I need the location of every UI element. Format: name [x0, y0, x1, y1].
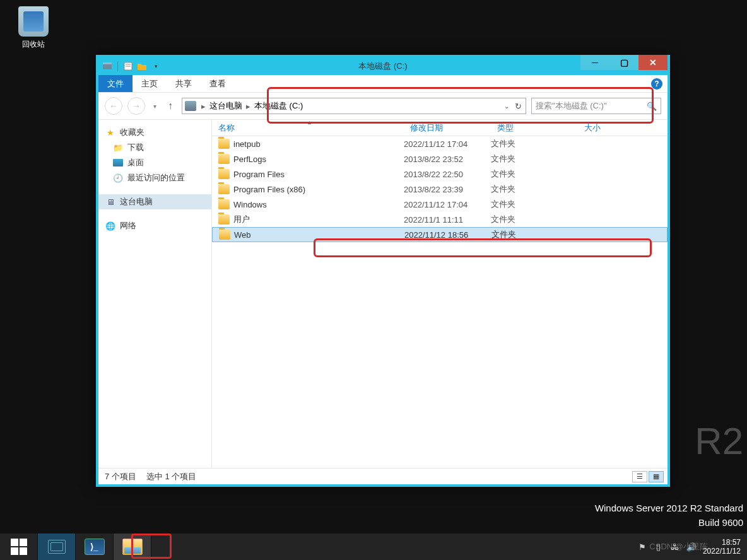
tab-file[interactable]: 文件 — [98, 75, 132, 92]
address-dropdown-icon[interactable]: ⌄ — [504, 103, 509, 110]
network-icon: 🌐 — [105, 221, 116, 231]
clock-time: 18:57 — [703, 538, 741, 547]
search-input[interactable]: 搜索"本地磁盘 (C:)" 🔍 — [531, 98, 661, 114]
desktop-watermark: R2 Windows Server 2012 R2 Standard Build… — [595, 501, 743, 530]
ribbon-tabs: 文件 主页 共享 查看 ? — [98, 75, 668, 93]
file-row[interactable]: Web2022/11/12 18:56文件夹 — [212, 227, 668, 242]
server-manager-icon — [48, 540, 66, 554]
refresh-icon[interactable]: ↻ — [515, 102, 522, 111]
pc-icon: 🖥 — [105, 197, 116, 207]
folder-icon: 📁 — [112, 143, 124, 153]
file-row[interactable]: Windows2022/11/12 17:04文件夹 — [212, 197, 668, 212]
file-list: ▴ 名称 修改日期 类型 大小 inetpub2022/11/12 17:04文… — [212, 120, 668, 468]
view-icons-button[interactable]: ▦ — [649, 471, 664, 482]
star-icon: ★ — [105, 127, 116, 137]
file-name: PerfLogs — [233, 155, 404, 164]
svg-rect-1 — [103, 62, 112, 64]
window-buttons: ─ ▢ ✕ — [580, 55, 668, 70]
status-count: 7 个项目 — [105, 471, 136, 482]
powershell-button[interactable]: ⟩_ — [76, 534, 114, 560]
address-bar-row: ← → ▾ ↑ ▸ 这台电脑 ▸ 本地磁盘 (C:) ⌄ ↻ 搜索"本地磁盘 (… — [98, 93, 668, 119]
file-rows: inetpub2022/11/12 17:04文件夹PerfLogs2013/8… — [212, 136, 668, 468]
file-row[interactable]: PerfLogs2013/8/22 23:52文件夹 — [212, 151, 668, 166]
col-type[interactable]: 类型 — [491, 122, 578, 134]
nav-downloads[interactable]: 📁 下载 — [98, 140, 211, 155]
breadcrumb-root[interactable]: 这台电脑 — [207, 100, 245, 112]
folder-icon — [218, 169, 230, 179]
col-date[interactable]: 修改日期 — [404, 122, 491, 134]
status-selection: 选中 1 个项目 — [146, 471, 196, 482]
minimize-button[interactable]: ─ — [580, 55, 609, 70]
file-row[interactable]: 用户2022/11/1 11:11文件夹 — [212, 212, 668, 227]
explorer-window: ▾ 本地磁盘 (C:) ─ ▢ ✕ 文件 主页 共享 查看 ? ← → ▾ ↑ … — [96, 55, 670, 487]
explorer-taskbar-button[interactable] — [114, 534, 151, 560]
start-button[interactable] — [0, 534, 38, 560]
search-placeholder: 搜索"本地磁盘 (C:)" — [536, 100, 607, 112]
taskbar: ⟩_ ⚑ ▯ 🖧 🔊 18:57 2022/11/12 — [0, 534, 747, 560]
file-type: 文件夹 — [491, 184, 578, 195]
maximize-button[interactable]: ▢ — [609, 55, 638, 70]
file-type: 文件夹 — [491, 153, 578, 165]
col-size[interactable]: 大小 — [578, 122, 628, 134]
file-type: 文件夹 — [491, 168, 578, 180]
folder-icon[interactable] — [136, 61, 148, 72]
nav-desktop[interactable]: 桌面 — [98, 155, 211, 170]
nav-network[interactable]: 🌐 网络 — [98, 218, 211, 233]
qat-dropdown-icon[interactable]: ▾ — [150, 61, 162, 72]
nav-recent[interactable]: 🕘 最近访问的位置 — [98, 170, 211, 185]
nav-recent-label: 最近访问的位置 — [127, 172, 185, 184]
tray-flag-icon[interactable]: ⚑ — [637, 542, 647, 552]
nav-desktop-label: 桌面 — [127, 157, 144, 168]
file-date: 2022/11/12 18:56 — [404, 230, 491, 240]
tab-view[interactable]: 查看 — [201, 75, 235, 92]
folder-icon — [218, 154, 230, 164]
folder-icon — [218, 199, 230, 209]
watermark-bg: R2 — [695, 413, 743, 470]
address-bar[interactable]: ▸ 这台电脑 ▸ 本地磁盘 (C:) ⌄ ↻ — [182, 98, 526, 114]
recycle-bin-icon[interactable]: 回收站 — [11, 6, 56, 50]
file-type: 文件夹 — [491, 199, 578, 210]
back-button[interactable]: ← — [105, 97, 122, 115]
breadcrumb-drive[interactable]: 本地磁盘 (C:) — [252, 100, 305, 112]
tab-home[interactable]: 主页 — [132, 75, 167, 92]
tab-share[interactable]: 共享 — [167, 75, 201, 92]
title-bar[interactable]: ▾ 本地磁盘 (C:) ─ ▢ ✕ — [98, 57, 668, 75]
file-name: Web — [234, 230, 404, 240]
forward-button[interactable]: → — [127, 97, 145, 115]
status-bar: 7 个项目 选中 1 个项目 ☰ ▦ — [98, 468, 668, 484]
window-title: 本地磁盘 (C:) — [358, 61, 407, 72]
file-date: 2013/8/22 23:39 — [404, 185, 491, 194]
file-name: Program Files — [233, 170, 404, 179]
file-name: inetpub — [233, 139, 404, 149]
recent-icon: 🕘 — [112, 173, 124, 183]
drive-icon — [101, 61, 114, 72]
file-row[interactable]: Program Files (x86)2013/8/22 23:39文件夹 — [212, 182, 668, 197]
nav-favorites-label: 收藏夹 — [120, 127, 144, 138]
navigation-pane: ★ 收藏夹 📁 下载 桌面 🕘 最近访问的位置 🖥 — [98, 120, 212, 468]
properties-icon[interactable] — [122, 61, 134, 72]
view-details-button[interactable]: ☰ — [632, 471, 647, 482]
nav-this-pc[interactable]: 🖥 这台电脑 — [98, 194, 211, 209]
tray-clock[interactable]: 18:57 2022/11/12 — [703, 538, 741, 556]
nav-favorites[interactable]: ★ 收藏夹 — [98, 125, 211, 140]
help-icon[interactable]: ? — [651, 78, 662, 90]
breadcrumb-sep: ▸ — [200, 102, 207, 111]
file-row[interactable]: inetpub2022/11/12 17:04文件夹 — [212, 136, 668, 151]
folder-icon — [218, 139, 230, 149]
file-date: 2022/11/12 17:04 — [404, 200, 491, 209]
watermark-line2: Build 9600 — [595, 516, 743, 530]
address-drive-icon — [185, 101, 196, 111]
server-manager-button[interactable] — [38, 534, 76, 560]
qat-separator — [117, 61, 118, 71]
nav-history-dropdown[interactable]: ▾ — [150, 103, 159, 110]
column-headers: ▴ 名称 修改日期 类型 大小 — [212, 120, 668, 136]
breadcrumb-sep: ▸ — [245, 102, 252, 111]
file-date: 2022/11/1 11:11 — [404, 215, 491, 225]
file-row[interactable]: Program Files2013/8/22 22:50文件夹 — [212, 166, 668, 182]
nav-network-label: 网络 — [120, 220, 136, 231]
folder-icon — [218, 184, 230, 194]
up-button[interactable]: ↑ — [164, 100, 177, 112]
file-name: 用户 — [233, 214, 404, 225]
file-date: 2013/8/22 23:52 — [404, 155, 491, 164]
close-button[interactable]: ✕ — [638, 55, 668, 70]
